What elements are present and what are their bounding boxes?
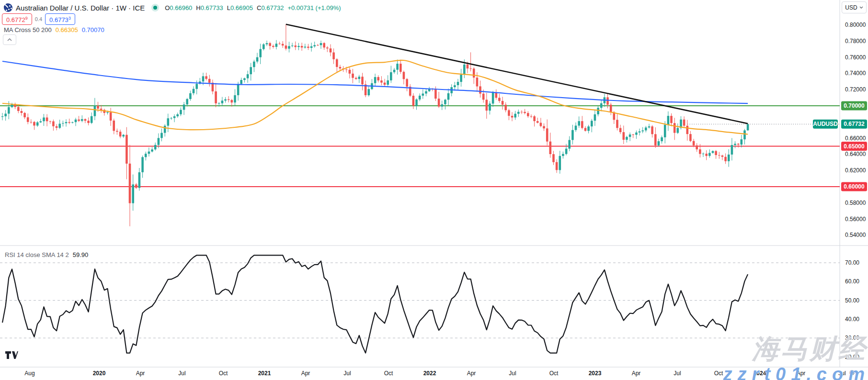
price-axis-tick: 0.62000 <box>845 167 866 174</box>
market-status-icon <box>153 6 157 10</box>
australia-flag-icon <box>4 3 12 12</box>
price-axis-tick: 0.64000 <box>845 151 866 157</box>
rsi-axis-tick: 30.00 <box>845 335 859 341</box>
time-axis-tick: 2024 <box>754 370 766 377</box>
indicator-legend: MA Cross 50 2000.663050.70070 <box>4 26 104 34</box>
ma200-value: 0.70070 <box>82 26 104 34</box>
price-axis-tick: 0.54000 <box>845 232 866 238</box>
symbol-title: Australian Dollar / U.S. Dollar · 1W · I… <box>16 4 145 12</box>
time-axis-tick: 2021 <box>258 370 271 377</box>
tradingview-logo-icon <box>5 351 19 359</box>
ask-fraction: 3 <box>69 16 71 21</box>
rsi-axis-tick: 50.00 <box>845 297 859 304</box>
price-badge: 0.70000 <box>841 101 867 111</box>
high-label: H <box>196 4 200 11</box>
bid-fraction: 9 <box>25 16 28 21</box>
low-value: 0.66905 <box>230 4 253 11</box>
time-axis-tick: Jul <box>674 370 681 377</box>
svg-text:0.67732: 0.67732 <box>844 121 865 127</box>
time-axis-tick: Apr <box>797 370 806 377</box>
tradingview-logo[interactable] <box>5 351 19 361</box>
collapse-legend-button[interactable] <box>3 34 16 45</box>
rsi-axis-tick: 70.00 <box>845 259 859 266</box>
time-axis-tick: Jul <box>509 370 516 377</box>
buy-button[interactable]: 0.67733 <box>45 13 75 25</box>
change-value: +0.00731 (+1.09%) <box>287 4 341 11</box>
close-label: C <box>257 4 261 11</box>
price-badge: 0.60000 <box>841 182 867 191</box>
bid-ask-row: 0.67729 0.4 0.67733 <box>2 13 75 25</box>
rsi-value: 59.90 <box>73 251 89 258</box>
high-value: 0.67733 <box>201 4 223 11</box>
currency-unit-label: USD <box>845 4 857 11</box>
price-axis-tick: 0.74000 <box>845 70 866 77</box>
indicator-label: MA Cross 50 200 <box>4 26 52 34</box>
time-axis-tick: Jul <box>178 370 185 377</box>
time-axis-tick: Jul <box>838 370 845 377</box>
low-label: L <box>227 4 230 11</box>
open-label: O <box>165 4 170 11</box>
price-axis-tick: 0.58000 <box>845 200 866 206</box>
price-axis-tick: 0.80000 <box>845 22 866 28</box>
open-value: 0.66960 <box>170 4 192 11</box>
time-axis-tick: Oct <box>549 370 559 377</box>
svg-text:0.60000: 0.60000 <box>844 183 865 190</box>
rsi-line <box>2 255 748 353</box>
price-badge: AUDUSD <box>813 120 838 129</box>
spread-value: 0.4 <box>35 16 42 22</box>
symbol-header: Australian Dollar / U.S. Dollar · 1W · I… <box>4 2 341 13</box>
time-axis-tick: Apr <box>136 370 145 377</box>
close-value: 0.67732 <box>261 4 284 11</box>
price-axis-tick: 0.56000 <box>845 216 866 223</box>
sell-button[interactable]: 0.67729 <box>2 13 32 25</box>
price-axis-tick: 0.78000 <box>845 38 866 45</box>
time-axis-tick: Aug <box>24 370 34 377</box>
time-axis-tick: Apr <box>467 370 476 377</box>
ohlc-values: O0.66960H0.67733L0.66905C0.67732+0.00731… <box>165 4 341 11</box>
time-axis-tick: Apr <box>632 370 641 377</box>
price-axis-tick: 0.76000 <box>845 54 866 61</box>
chart-window: 0.800000.780000.760000.740000.720000.700… <box>0 0 868 380</box>
chevron-up-icon <box>7 38 12 41</box>
ma50-value: 0.66305 <box>56 26 78 34</box>
price-badge: 0.67732 <box>841 120 867 129</box>
time-axis-tick: Oct <box>384 370 393 377</box>
price-badge: 0.65000 <box>841 142 867 151</box>
price-chart-canvas[interactable]: 0.800000.780000.760000.740000.720000.700… <box>0 0 868 380</box>
time-axis-tick: Oct <box>714 370 723 377</box>
rsi-legend: RSI 14 close SMA 14 259.90 <box>5 251 88 258</box>
time-axis-tick: Apr <box>301 370 310 377</box>
trendline <box>286 24 748 123</box>
rsi-axis-tick: 40.00 <box>845 316 859 323</box>
time-axis-tick: 2020 <box>93 370 106 377</box>
axis-settings-gear-icon[interactable]: ⚙ <box>849 369 855 377</box>
rsi-label: RSI 14 close SMA 14 2 <box>5 251 69 258</box>
chevron-down-icon <box>859 6 863 9</box>
rsi-axis-tick: 60.00 <box>845 278 859 285</box>
time-axis-tick: Jul <box>343 370 351 377</box>
svg-text:AUDUSD: AUDUSD <box>813 121 838 127</box>
time-axis-tick: 2023 <box>589 370 602 377</box>
price-axis-tick: 0.66000 <box>845 135 866 142</box>
currency-unit-dropdown[interactable]: USD <box>842 1 867 13</box>
rsi-axis-tick: 20.00 <box>845 354 859 360</box>
time-axis-tick: 2022 <box>423 370 436 377</box>
svg-text:0.65000: 0.65000 <box>844 143 865 150</box>
svg-text:0.70000: 0.70000 <box>844 102 865 109</box>
time-axis-tick: Oct <box>219 370 228 377</box>
price-axis-tick: 0.72000 <box>845 86 866 93</box>
